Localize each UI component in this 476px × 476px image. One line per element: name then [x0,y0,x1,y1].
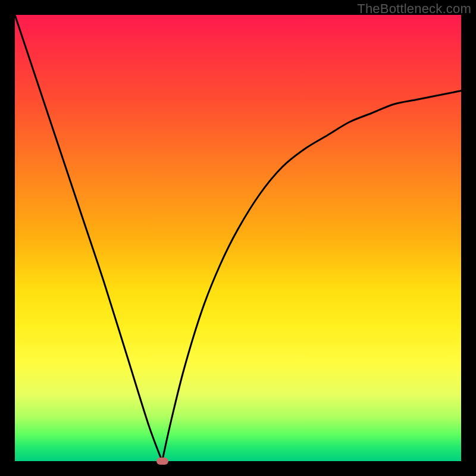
chart-frame: TheBottleneck.com [0,0,476,476]
plot-area [15,15,461,461]
watermark-text: TheBottleneck.com [357,1,471,17]
optimum-marker [156,458,168,465]
bottleneck-curve [15,15,461,461]
